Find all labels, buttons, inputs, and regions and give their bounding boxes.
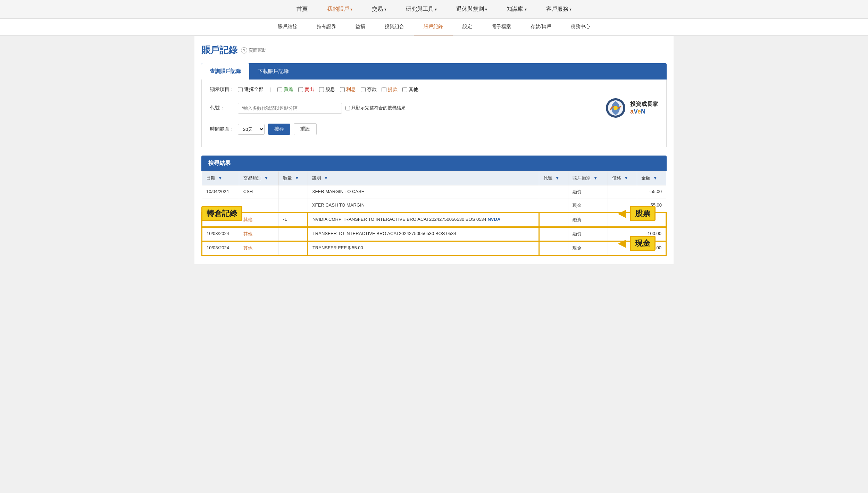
td-qty: -1 <box>279 213 308 227</box>
ann-cash-row: ◀ 現金 <box>618 236 663 251</box>
td-ticker-badge: NVDA <box>487 217 500 222</box>
cb-interest[interactable]: 利息 <box>340 86 356 93</box>
ticker-filter-row: 代號： 只顯示完整符合的搜尋結果 投資成長家 aVeN <box>210 98 658 118</box>
cb-all-input[interactable] <box>238 87 243 92</box>
ann-transfer-block: 轉倉記錄 <box>201 206 242 221</box>
time-select[interactable]: 30天 60天 90天 180天 1年 <box>238 124 265 135</box>
time-label: 時間範圍： <box>210 126 234 132</box>
td-qty <box>279 199 308 213</box>
exact-match-checkbox[interactable]: 只顯示完整符合的搜尋結果 <box>345 105 406 111</box>
cb-dividend[interactable]: 股息 <box>319 86 335 93</box>
sort-type-icon[interactable]: ▼ <box>264 175 268 181</box>
subnav-edocs[interactable]: 電子檔案 <box>482 19 521 35</box>
logo-text1: 投資成長家 <box>630 101 658 108</box>
divider1: | <box>270 87 271 92</box>
nav-knowledge[interactable]: 知識庫 <box>497 0 536 18</box>
ann-stock-arrow: ◀ <box>618 209 626 218</box>
cb-sell-input[interactable] <box>298 87 303 92</box>
table-row: 10/03/2024 其他 -1 NVIDIA CORP TRANSFER TO… <box>202 213 666 227</box>
td-ticker <box>539 213 568 227</box>
sort-qty-icon[interactable]: ▼ <box>295 175 299 181</box>
nav-retirement[interactable]: 退休與規劃 <box>446 0 497 18</box>
tab-query[interactable]: 查詢賬戶記錄 <box>201 63 249 80</box>
time-filter-row: 時間範圍： 30天 60天 90天 180天 1年 搜尋 重設 <box>210 123 658 135</box>
cb-buy-input[interactable] <box>277 87 282 92</box>
cb-sell[interactable]: 賣出 <box>298 86 314 93</box>
nav-trade[interactable]: 交易 <box>362 0 396 18</box>
nav-home[interactable]: 首頁 <box>287 0 317 18</box>
tab-panel: 查詢賬戶記錄 下載賬戶記錄 <box>201 63 667 80</box>
cb-withdraw-label: 提款 <box>388 86 398 93</box>
td-desc: XFER CASH TO MARGIN <box>308 199 539 213</box>
help-icon[interactable]: ? <box>241 47 247 53</box>
td-actype: 融資 <box>568 227 608 241</box>
sort-amount-icon[interactable]: ▼ <box>653 175 658 181</box>
th-price[interactable]: 價格 ▼ <box>608 172 637 185</box>
subnav-history[interactable]: 賬戶紀錄 <box>414 19 453 35</box>
ticker-input[interactable] <box>238 103 342 114</box>
cb-other[interactable]: 其他 <box>402 86 418 93</box>
th-ticker-label: 代號 <box>543 175 552 181</box>
sort-actype-icon[interactable]: ▼ <box>593 175 598 181</box>
td-type: 其他 <box>239 227 278 241</box>
th-amount-label: 金額 <box>641 175 650 181</box>
search-button[interactable]: 搜尋 <box>268 124 290 135</box>
ann-stock-label: 股票 <box>630 206 656 221</box>
cb-buy[interactable]: 買進 <box>277 86 293 93</box>
nav-service[interactable]: 客戶服務 <box>536 0 581 18</box>
nav-myaccount[interactable]: 我的賬戶 <box>317 0 362 18</box>
results-section: 搜尋結果 轉倉記錄 ◀ 股票 ◀ 現金 ◀ 手續費 <box>201 156 667 256</box>
subnav-holdings[interactable]: 持有證券 <box>307 19 346 35</box>
th-type[interactable]: 交易類別 ▼ <box>239 172 278 185</box>
sort-price-icon[interactable]: ▼ <box>624 175 628 181</box>
th-date[interactable]: 日期 ▼ <box>202 172 239 185</box>
td-amount: -55.00 <box>637 185 666 199</box>
th-ticker[interactable]: 代號 ▼ <box>539 172 568 185</box>
cb-all-label: 選擇全部 <box>244 86 264 93</box>
cb-withdraw[interactable]: 提款 <box>382 86 398 93</box>
logo-icon <box>605 98 626 118</box>
subnav-transfer[interactable]: 存款/轉戶 <box>521 19 561 35</box>
subnav-balance[interactable]: 賬戶結餘 <box>268 19 307 35</box>
subnav-portfolio[interactable]: 投資組合 <box>375 19 414 35</box>
cb-other-input[interactable] <box>402 87 407 92</box>
td-actype: 現金 <box>568 241 608 256</box>
subnav-settings[interactable]: 設定 <box>453 19 482 35</box>
sort-desc-icon[interactable]: ▼ <box>324 175 328 181</box>
subnav-tax[interactable]: 稅務中心 <box>561 19 600 35</box>
th-qty-label: 數量 <box>283 175 292 181</box>
cb-all[interactable]: 選擇全部 <box>238 86 264 93</box>
cb-deposit[interactable]: 存款 <box>361 86 377 93</box>
th-actype-label: 賬戶類別 <box>573 175 591 181</box>
display-filter-row: 顯示項目： 選擇全部 | 買進 賣出 股息 <box>210 86 658 93</box>
th-amount[interactable]: 金額 ▼ <box>637 172 666 185</box>
sort-ticker-icon[interactable]: ▼ <box>555 175 560 181</box>
exact-match-input[interactable] <box>345 106 350 110</box>
td-ticker <box>539 227 568 241</box>
cb-deposit-input[interactable] <box>361 87 366 92</box>
tab-download[interactable]: 下載賬戶記錄 <box>249 63 297 80</box>
th-desc[interactable]: 說明 ▼ <box>308 172 539 185</box>
td-qty <box>279 185 308 199</box>
th-price-label: 價格 <box>612 175 621 181</box>
ann-cash-label: 現金 <box>630 236 656 251</box>
cb-dividend-input[interactable] <box>319 87 324 92</box>
sort-date-icon[interactable]: ▼ <box>218 175 223 181</box>
td-date: 10/04/2024 <box>202 185 239 199</box>
reset-button[interactable]: 重設 <box>294 123 317 135</box>
th-date-label: 日期 <box>206 175 215 181</box>
cb-withdraw-input[interactable] <box>382 87 386 92</box>
cb-interest-input[interactable] <box>340 87 345 92</box>
page-help-link[interactable]: ? 頁面幫助 <box>241 47 267 53</box>
subnav-gainloss[interactable]: 益損 <box>346 19 375 35</box>
td-actype: 融資 <box>568 213 608 227</box>
th-actype[interactable]: 賬戶類別 ▼ <box>568 172 608 185</box>
th-qty[interactable]: 數量 ▼ <box>279 172 308 185</box>
top-navigation: 首頁 我的賬戶 交易 研究與工具 退休與規劃 知識庫 客戶服務 <box>0 0 868 19</box>
nav-research[interactable]: 研究與工具 <box>396 0 446 18</box>
th-type-label: 交易類別 <box>243 175 261 181</box>
page-title-area: 賬戶記錄 ? 頁面幫助 <box>201 44 667 56</box>
display-label: 顯示項目： <box>210 86 234 93</box>
td-date: 10/03/2024 <box>202 241 239 256</box>
exact-match-label: 只顯示完整符合的搜尋結果 <box>351 105 406 111</box>
